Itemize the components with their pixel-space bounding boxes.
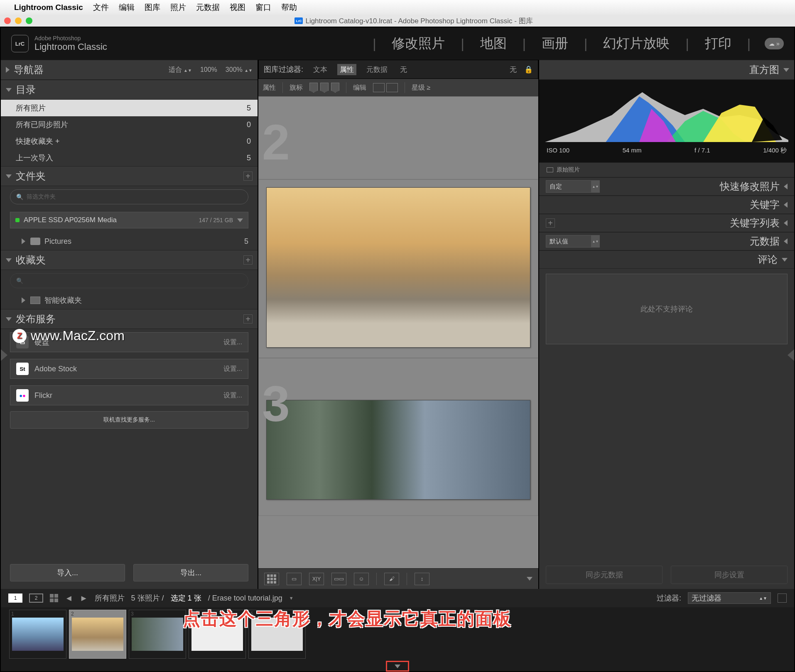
photo-thumbnail[interactable] (266, 400, 530, 500)
keyword-list-panel-header[interactable]: + 关键字列表 (539, 214, 794, 232)
add-keyword-button[interactable]: + (546, 218, 555, 228)
add-collection-button[interactable]: + (243, 255, 253, 265)
comments-panel-header[interactable]: 评论 (539, 250, 794, 269)
add-publish-button[interactable]: + (243, 314, 253, 324)
nav-forward-button[interactable]: ► (80, 594, 88, 603)
flag-filter[interactable] (309, 83, 339, 93)
compare-view-button[interactable]: X|Y (309, 573, 324, 585)
nav-zoom-100[interactable]: 100% (200, 66, 217, 74)
folder-search-input[interactable]: 🔍 筛选文件夹 (10, 189, 248, 204)
publish-settings-link[interactable]: 设置... (223, 365, 242, 373)
close-window-button[interactable] (4, 17, 11, 24)
edit-filter[interactable] (373, 83, 398, 92)
catalog-synced-photos[interactable]: 所有已同步照片 0 (1, 116, 258, 133)
lightroom-header: LrC Adobe Photoshop Lightroom Classic | … (1, 27, 794, 60)
module-develop[interactable]: 修改照片 (384, 34, 452, 53)
left-panel-toggle-icon[interactable] (1, 349, 7, 361)
app-menu[interactable]: Lightroom Classic (14, 3, 83, 12)
find-more-services-button[interactable]: 联机查找更多服务... (10, 411, 248, 429)
sync-metadata-button[interactable]: 同步元数据 (546, 566, 662, 584)
catalog-all-photos[interactable]: 所有照片 5 (1, 100, 258, 116)
menu-help[interactable]: 帮助 (281, 2, 297, 13)
menu-library[interactable]: 图库 (145, 2, 160, 13)
filmstrip-filter-select[interactable]: 无过滤器▲▼ (688, 592, 771, 604)
metadata-preset-select[interactable]: 默认值 (546, 235, 591, 248)
grid-toggle-icon[interactable] (50, 594, 58, 602)
catalog-quick-collection[interactable]: 快捷收藏夹 + 0 (1, 133, 258, 150)
maximize-window-button[interactable] (26, 17, 32, 24)
publish-panel-header[interactable]: 发布服务 + (1, 309, 258, 329)
collections-panel-header[interactable]: 收藏夹 + (1, 250, 258, 270)
module-print[interactable]: 打印 (697, 34, 739, 53)
nav-fit[interactable]: 适合 ▲▼ (169, 66, 192, 74)
quick-preset-select[interactable]: 自定 (546, 180, 591, 193)
histogram[interactable]: ISO 100 54 mm f / 7.1 1/400 秒 (539, 80, 794, 163)
catalog-panel-header[interactable]: 目录 (1, 80, 258, 100)
histogram-panel-header[interactable]: 直方图 (539, 60, 794, 80)
flickr-icon: ●● (16, 389, 29, 402)
filmstrip-thumb[interactable]: 1 (9, 610, 66, 659)
filmstrip-thumb-selected[interactable]: 2 (69, 610, 126, 659)
monitor-2-button[interactable]: 2 (29, 594, 43, 603)
original-photo-toggle[interactable]: 原始照片 (539, 163, 794, 177)
filter-toggle-icon[interactable] (778, 594, 787, 603)
painter-tool-button[interactable]: 🖌 (384, 573, 399, 585)
histo-aperture: f / 7.1 (694, 147, 710, 155)
people-view-button[interactable]: ☺ (354, 573, 369, 585)
annotation-highlight-box (386, 661, 409, 672)
filter-tab-metadata[interactable]: 元数据 (364, 64, 390, 75)
import-button[interactable]: 导入... (10, 564, 125, 581)
toolbar-expand-icon[interactable] (527, 577, 532, 581)
menu-view[interactable]: 视图 (230, 2, 245, 13)
add-folder-button[interactable]: + (243, 172, 253, 181)
module-map[interactable]: 地图 (473, 34, 514, 53)
filter-preset[interactable]: 无 (510, 65, 517, 74)
nav-back-button[interactable]: ◄ (65, 594, 73, 603)
menu-metadata[interactable]: 元数据 (196, 2, 220, 13)
module-slideshow[interactable]: 幻灯片放映 (596, 34, 677, 53)
export-button[interactable]: 导出... (133, 564, 248, 581)
grid-view[interactable]: 2 3 (258, 96, 538, 568)
menu-file[interactable]: 文件 (93, 2, 109, 13)
filter-tab-text[interactable]: 文本 (311, 64, 330, 75)
filter-label: 过滤器: (657, 593, 681, 603)
navigator-panel-header[interactable]: 导航器 适合 ▲▼ 100% 300% ▲▼ (1, 60, 258, 80)
survey-view-button[interactable]: ▭▭ (331, 573, 346, 585)
breadcrumb-source[interactable]: 所有照片 (95, 593, 125, 603)
module-book[interactable]: 画册 (534, 34, 576, 53)
keywords-panel-header[interactable]: 关键字 (539, 196, 794, 214)
volume-row[interactable]: APPLE SSD AP0256M Media 147 / 251 GB (10, 212, 248, 228)
smart-collections[interactable]: 智能收藏夹 (1, 292, 258, 309)
select-stepper-icon[interactable]: ▲▼ (591, 180, 600, 193)
select-stepper-icon[interactable]: ▲▼ (591, 235, 600, 248)
cloud-sync-icon[interactable]: ☁ » (765, 38, 784, 49)
loupe-view-button[interactable]: ▭ (287, 573, 302, 585)
monitor-1-button[interactable]: 1 (8, 594, 22, 603)
right-panel-toggle-icon[interactable] (788, 349, 794, 361)
filter-tab-none[interactable]: 无 (398, 64, 410, 75)
publish-settings-link[interactable]: 设置... (223, 338, 242, 347)
filter-tab-attribute[interactable]: 属性 (337, 64, 356, 75)
publish-settings-link[interactable]: 设置... (223, 391, 242, 400)
grid-view-button[interactable] (264, 573, 279, 585)
bottom-panel-toggle[interactable] (1, 661, 794, 671)
folder-pictures[interactable]: Pictures 5 (1, 233, 258, 250)
filmstrip-thumb[interactable]: 3 (129, 610, 186, 659)
metadata-panel-header[interactable]: 默认值 ▲▼ 元数据 (539, 232, 794, 250)
catalog-previous-import[interactable]: 上一次导入 5 (1, 150, 258, 166)
photo-thumbnail[interactable] (266, 187, 530, 348)
expand-icon (22, 297, 25, 303)
menu-photo[interactable]: 照片 (170, 2, 186, 13)
folders-panel-header[interactable]: 文件夹 + (1, 166, 258, 186)
lock-icon[interactable]: 🔒 (524, 65, 533, 74)
minimize-window-button[interactable] (15, 17, 22, 24)
menu-window[interactable]: 窗口 (255, 2, 271, 13)
collection-search-input[interactable]: 🔍 (10, 273, 248, 288)
publish-flickr[interactable]: ●● Flickr 设置... (10, 385, 248, 405)
nav-zoom-300[interactable]: 300% ▲▼ (226, 66, 253, 74)
quick-develop-panel-header[interactable]: 自定 ▲▼ 快速修改照片 (539, 177, 794, 196)
menu-edit[interactable]: 编辑 (119, 2, 135, 13)
sync-settings-button[interactable]: 同步设置 (671, 566, 788, 584)
publish-adobe-stock[interactable]: St Adobe Stock 设置... (10, 359, 248, 379)
sort-button[interactable]: ↕ (415, 573, 429, 585)
